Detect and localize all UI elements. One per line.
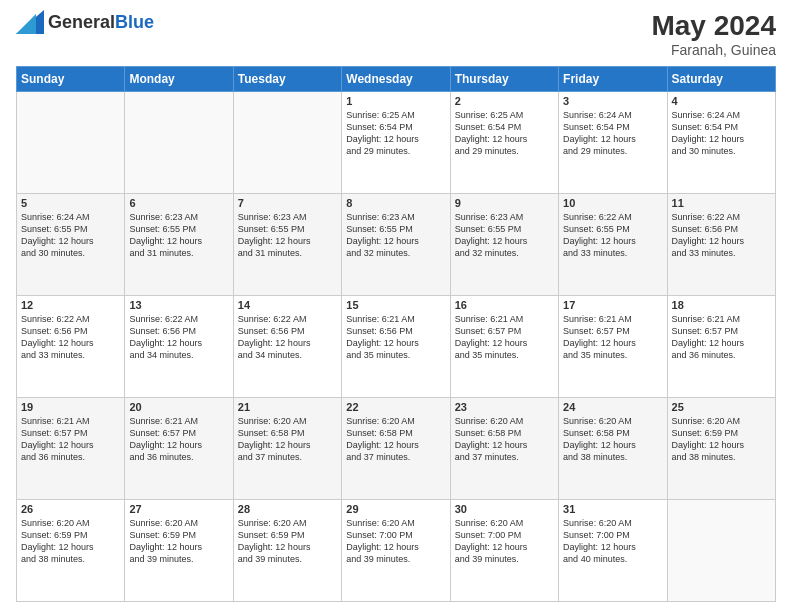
day-info: Sunrise: 6:22 AM Sunset: 6:56 PM Dayligh… xyxy=(238,313,337,362)
day-info: Sunrise: 6:21 AM Sunset: 6:57 PM Dayligh… xyxy=(455,313,554,362)
day-headers-row: Sunday Monday Tuesday Wednesday Thursday… xyxy=(17,67,776,92)
header-wednesday: Wednesday xyxy=(342,67,450,92)
day-number: 20 xyxy=(129,401,228,413)
day-info: Sunrise: 6:22 AM Sunset: 6:55 PM Dayligh… xyxy=(563,211,662,260)
day-number: 23 xyxy=(455,401,554,413)
day-info: Sunrise: 6:20 AM Sunset: 7:00 PM Dayligh… xyxy=(563,517,662,566)
header-tuesday: Tuesday xyxy=(233,67,341,92)
calendar-week-row: 19Sunrise: 6:21 AM Sunset: 6:57 PM Dayli… xyxy=(17,398,776,500)
day-number: 13 xyxy=(129,299,228,311)
table-row: 31Sunrise: 6:20 AM Sunset: 7:00 PM Dayli… xyxy=(559,500,667,602)
table-row: 16Sunrise: 6:21 AM Sunset: 6:57 PM Dayli… xyxy=(450,296,558,398)
table-row: 24Sunrise: 6:20 AM Sunset: 6:58 PM Dayli… xyxy=(559,398,667,500)
day-number: 18 xyxy=(672,299,771,311)
table-row: 3Sunrise: 6:24 AM Sunset: 6:54 PM Daylig… xyxy=(559,92,667,194)
day-number: 26 xyxy=(21,503,120,515)
header-monday: Monday xyxy=(125,67,233,92)
day-info: Sunrise: 6:25 AM Sunset: 6:54 PM Dayligh… xyxy=(346,109,445,158)
calendar-week-row: 26Sunrise: 6:20 AM Sunset: 6:59 PM Dayli… xyxy=(17,500,776,602)
day-info: Sunrise: 6:22 AM Sunset: 6:56 PM Dayligh… xyxy=(672,211,771,260)
day-info: Sunrise: 6:21 AM Sunset: 6:57 PM Dayligh… xyxy=(563,313,662,362)
table-row xyxy=(233,92,341,194)
logo-text: GeneralBlue xyxy=(48,12,154,33)
day-number: 16 xyxy=(455,299,554,311)
table-row: 12Sunrise: 6:22 AM Sunset: 6:56 PM Dayli… xyxy=(17,296,125,398)
day-info: Sunrise: 6:20 AM Sunset: 6:58 PM Dayligh… xyxy=(455,415,554,464)
day-number: 30 xyxy=(455,503,554,515)
day-info: Sunrise: 6:20 AM Sunset: 7:00 PM Dayligh… xyxy=(455,517,554,566)
day-number: 12 xyxy=(21,299,120,311)
table-row: 25Sunrise: 6:20 AM Sunset: 6:59 PM Dayli… xyxy=(667,398,775,500)
day-number: 2 xyxy=(455,95,554,107)
day-number: 1 xyxy=(346,95,445,107)
table-row: 14Sunrise: 6:22 AM Sunset: 6:56 PM Dayli… xyxy=(233,296,341,398)
day-number: 31 xyxy=(563,503,662,515)
table-row: 13Sunrise: 6:22 AM Sunset: 6:56 PM Dayli… xyxy=(125,296,233,398)
table-row: 21Sunrise: 6:20 AM Sunset: 6:58 PM Dayli… xyxy=(233,398,341,500)
table-row: 29Sunrise: 6:20 AM Sunset: 7:00 PM Dayli… xyxy=(342,500,450,602)
day-number: 19 xyxy=(21,401,120,413)
day-info: Sunrise: 6:23 AM Sunset: 6:55 PM Dayligh… xyxy=(129,211,228,260)
table-row: 6Sunrise: 6:23 AM Sunset: 6:55 PM Daylig… xyxy=(125,194,233,296)
logo-icon xyxy=(16,10,44,34)
table-row: 8Sunrise: 6:23 AM Sunset: 6:55 PM Daylig… xyxy=(342,194,450,296)
day-number: 22 xyxy=(346,401,445,413)
table-row xyxy=(17,92,125,194)
day-number: 29 xyxy=(346,503,445,515)
logo-general: General xyxy=(48,12,115,32)
day-number: 8 xyxy=(346,197,445,209)
calendar-week-row: 1Sunrise: 6:25 AM Sunset: 6:54 PM Daylig… xyxy=(17,92,776,194)
day-info: Sunrise: 6:23 AM Sunset: 6:55 PM Dayligh… xyxy=(455,211,554,260)
table-row: 20Sunrise: 6:21 AM Sunset: 6:57 PM Dayli… xyxy=(125,398,233,500)
day-number: 10 xyxy=(563,197,662,209)
header: GeneralBlue May 2024 Faranah, Guinea xyxy=(16,10,776,58)
table-row: 1Sunrise: 6:25 AM Sunset: 6:54 PM Daylig… xyxy=(342,92,450,194)
calendar-body: 1Sunrise: 6:25 AM Sunset: 6:54 PM Daylig… xyxy=(17,92,776,602)
table-row: 28Sunrise: 6:20 AM Sunset: 6:59 PM Dayli… xyxy=(233,500,341,602)
table-row: 4Sunrise: 6:24 AM Sunset: 6:54 PM Daylig… xyxy=(667,92,775,194)
day-number: 27 xyxy=(129,503,228,515)
day-info: Sunrise: 6:21 AM Sunset: 6:57 PM Dayligh… xyxy=(21,415,120,464)
header-saturday: Saturday xyxy=(667,67,775,92)
table-row: 17Sunrise: 6:21 AM Sunset: 6:57 PM Dayli… xyxy=(559,296,667,398)
day-info: Sunrise: 6:21 AM Sunset: 6:57 PM Dayligh… xyxy=(129,415,228,464)
table-row: 5Sunrise: 6:24 AM Sunset: 6:55 PM Daylig… xyxy=(17,194,125,296)
day-info: Sunrise: 6:24 AM Sunset: 6:54 PM Dayligh… xyxy=(563,109,662,158)
day-number: 24 xyxy=(563,401,662,413)
day-info: Sunrise: 6:22 AM Sunset: 6:56 PM Dayligh… xyxy=(129,313,228,362)
month-year: May 2024 xyxy=(651,10,776,42)
calendar-table: Sunday Monday Tuesday Wednesday Thursday… xyxy=(16,66,776,602)
day-info: Sunrise: 6:23 AM Sunset: 6:55 PM Dayligh… xyxy=(238,211,337,260)
table-row: 9Sunrise: 6:23 AM Sunset: 6:55 PM Daylig… xyxy=(450,194,558,296)
table-row: 30Sunrise: 6:20 AM Sunset: 7:00 PM Dayli… xyxy=(450,500,558,602)
table-row: 26Sunrise: 6:20 AM Sunset: 6:59 PM Dayli… xyxy=(17,500,125,602)
calendar-week-row: 12Sunrise: 6:22 AM Sunset: 6:56 PM Dayli… xyxy=(17,296,776,398)
header-sunday: Sunday xyxy=(17,67,125,92)
day-number: 25 xyxy=(672,401,771,413)
day-info: Sunrise: 6:20 AM Sunset: 6:59 PM Dayligh… xyxy=(672,415,771,464)
title-block: May 2024 Faranah, Guinea xyxy=(651,10,776,58)
day-number: 6 xyxy=(129,197,228,209)
table-row: 15Sunrise: 6:21 AM Sunset: 6:56 PM Dayli… xyxy=(342,296,450,398)
day-number: 11 xyxy=(672,197,771,209)
day-number: 5 xyxy=(21,197,120,209)
day-number: 15 xyxy=(346,299,445,311)
table-row: 2Sunrise: 6:25 AM Sunset: 6:54 PM Daylig… xyxy=(450,92,558,194)
table-row: 10Sunrise: 6:22 AM Sunset: 6:55 PM Dayli… xyxy=(559,194,667,296)
day-info: Sunrise: 6:20 AM Sunset: 6:59 PM Dayligh… xyxy=(21,517,120,566)
day-number: 28 xyxy=(238,503,337,515)
day-info: Sunrise: 6:21 AM Sunset: 6:57 PM Dayligh… xyxy=(672,313,771,362)
day-info: Sunrise: 6:24 AM Sunset: 6:54 PM Dayligh… xyxy=(672,109,771,158)
table-row xyxy=(667,500,775,602)
header-friday: Friday xyxy=(559,67,667,92)
day-info: Sunrise: 6:25 AM Sunset: 6:54 PM Dayligh… xyxy=(455,109,554,158)
day-number: 9 xyxy=(455,197,554,209)
svg-marker-1 xyxy=(16,14,36,34)
page: GeneralBlue May 2024 Faranah, Guinea Sun… xyxy=(0,0,792,612)
day-info: Sunrise: 6:20 AM Sunset: 6:58 PM Dayligh… xyxy=(238,415,337,464)
logo: GeneralBlue xyxy=(16,10,154,34)
day-info: Sunrise: 6:21 AM Sunset: 6:56 PM Dayligh… xyxy=(346,313,445,362)
day-number: 7 xyxy=(238,197,337,209)
logo-blue: Blue xyxy=(115,12,154,32)
location: Faranah, Guinea xyxy=(651,42,776,58)
